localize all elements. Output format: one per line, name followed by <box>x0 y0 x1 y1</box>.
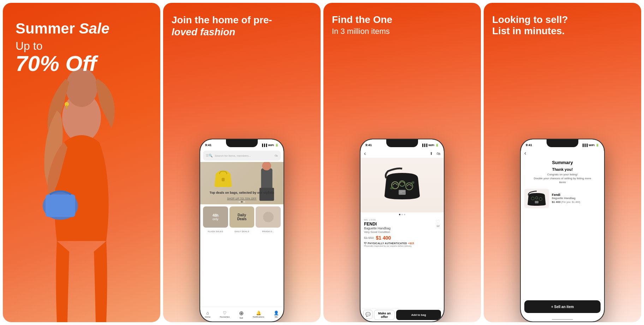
panel3-subtitle: In 3 million items <box>332 27 472 36</box>
nav-sell-label: Sell <box>239 317 243 319</box>
model-illustration <box>29 47 135 322</box>
categories-row: 48h only Daily Deals <box>200 204 284 230</box>
listed-item-card: Fendi Baguette Handbag $1 400 (For you: … <box>524 189 601 208</box>
shield-icon: 🛡 <box>364 242 366 245</box>
bookmark-icon[interactable]: 🛍 <box>436 151 440 156</box>
heart-icon: ♡ <box>436 219 440 224</box>
summer-text: Summer Sale <box>16 20 109 37</box>
category-48h[interactable]: 48h only <box>203 206 228 228</box>
nav-fav-label: Favourites <box>220 316 229 318</box>
category-daily-deals[interactable]: Daily Deals <box>229 206 255 228</box>
search-placeholder: Search for items, members... <box>215 154 273 157</box>
shop-link[interactable]: SHOP UP TO 70% OFF <box>227 197 257 200</box>
condition-label: Very Good Condition <box>364 230 440 234</box>
home-icon: ⌂ <box>207 311 209 315</box>
svg-rect-5 <box>66 105 67 109</box>
nav-me[interactable]: 👤 Me <box>274 311 279 318</box>
hero-text-overlay: Top deals on bags, selected by our styli… <box>200 191 284 201</box>
heart-number: 12 <box>436 224 440 228</box>
back-button-4[interactable]: ‹ <box>524 150 526 156</box>
category-labels: FLASH SALES DAILY DEALS PRADA D... <box>200 230 284 234</box>
bag-icon: 🛍 <box>275 154 278 157</box>
brand-name: FENDI <box>364 222 440 227</box>
svg-rect-6 <box>222 178 225 181</box>
panel-join-home: Join the home of pre- loved fashion 9:41… <box>163 3 321 322</box>
time-3: 9:41 <box>365 143 372 147</box>
item-price: $1 400 <box>552 200 560 204</box>
share-icon[interactable]: ⬆ <box>430 151 433 156</box>
nav-favourites[interactable]: ♡ Favourites <box>220 311 229 318</box>
search-icon: ☰🔍 <box>206 154 213 157</box>
item-thumbnail <box>524 189 549 208</box>
product-nav-bar: ‹ ⬆ 🛍 <box>360 149 444 158</box>
summary-nav: ‹ <box>521 149 604 157</box>
back-icon[interactable]: ‹ <box>364 150 366 157</box>
panel4-title: Looking to sell? List in minutes. <box>492 14 633 37</box>
phone-mockup-4: 9:41 ▐▐▐ WiFi 🔋 ‹ Summary Thank you! Con… <box>520 139 605 322</box>
time-4: 9:41 <box>526 143 532 147</box>
person-icon: 👤 <box>274 311 279 315</box>
item-name: Baguette Handbag <box>364 227 440 230</box>
summer-sale-headline: Summer Sale Up to 70% Off <box>16 20 109 74</box>
sale-price: $1 400 <box>376 235 391 241</box>
phone-mockup-2: 9:41 ▐▐▐ WiFi 🔋 ☰🔍 Search for items, mem… <box>199 139 284 322</box>
svg-rect-3 <box>46 194 75 217</box>
svg-rect-13 <box>399 190 406 195</box>
bottom-nav: ⌂ Home ♡ Favourites ⊕ Sell 🔔 Notificatio… <box>200 307 284 321</box>
summary-title: Summary <box>524 160 601 165</box>
chat-button[interactable]: 💬 <box>363 310 372 319</box>
prada-label: PRADA D... <box>256 230 281 233</box>
phone-mockup-3: 9:41 ▐▐▐ WiFi 🔋 ‹ ⬆ 🛍 <box>360 139 445 322</box>
category-prada[interactable] <box>256 206 281 228</box>
sell-item-button[interactable]: + Sell an item <box>524 300 601 313</box>
search-bar[interactable]: ☰🔍 Search for items, members... 🛍 <box>203 151 281 161</box>
auth-description: Physically inspected by our experts befo… <box>364 245 440 247</box>
item-price-row: $1 400 (For you: $1,400) <box>552 200 601 204</box>
nav-notifications[interactable]: 🔔 Notifications <box>253 311 264 318</box>
phone-screen-2: 9:41 ▐▐▐ WiFi 🔋 ☰🔍 Search for items, mem… <box>200 139 284 321</box>
auth-label: PHYSICALLY AUTHENTICATED <box>368 242 407 245</box>
add-to-bag-button[interactable]: Add to bag <box>396 310 441 320</box>
heart-count-area[interactable]: ♡ 12 <box>436 219 440 228</box>
panel3-title: Find the One <box>332 14 472 25</box>
make-offer-button[interactable]: Make an offer <box>374 310 395 320</box>
bell-icon: 🔔 <box>256 311 261 315</box>
auth-plus: +$15 <box>408 242 414 245</box>
nav-home[interactable]: ⌂ Home <box>205 311 210 318</box>
summary-header: Summary Thank you! Congrats on your list… <box>521 157 604 186</box>
yellow-bag-illustration <box>211 165 235 190</box>
heart-nav-icon: ♡ <box>223 311 227 315</box>
item-brand: Fendi <box>552 193 601 197</box>
percent-label: 70% Off <box>16 53 109 74</box>
panel-summer-sale: Summer Sale Up to 70% Off <box>3 3 160 322</box>
panel2-header: Join the home of pre- loved fashion <box>172 14 312 38</box>
image-dots <box>360 214 444 215</box>
for-you-price: (For you: $1,400) <box>561 201 580 203</box>
up-to-label: Up to <box>16 40 109 53</box>
congrats-text: Congrats on your listing!Double your cha… <box>524 173 601 185</box>
time-display: 9:41 <box>205 143 211 147</box>
svg-rect-17 <box>535 201 538 203</box>
scroll-dots <box>200 200 284 204</box>
home-indicator <box>521 317 604 321</box>
plus-circle-icon: ⊕ <box>239 310 244 317</box>
nav-sell[interactable]: ⊕ Sell <box>239 310 244 319</box>
mini-bag-illustration <box>526 190 547 207</box>
status-icons: ▐▐▐ WiFi 🔋 <box>261 144 279 147</box>
pricing-row: $1 550 $1 400 <box>364 235 440 241</box>
panel4-header: Looking to sell? List in minutes. <box>492 14 633 37</box>
nav-me-label: Me <box>275 316 278 318</box>
sale-label: Sale <box>79 20 109 37</box>
phone-screen-4: 9:41 ▐▐▐ WiFi 🔋 ‹ Summary Thank you! Con… <box>521 139 604 321</box>
original-price: $1 550 <box>364 236 374 240</box>
flash-sales-label: FLASH SALES <box>203 230 228 233</box>
we-love-label: WE LOVE <box>364 219 440 221</box>
panel2-title: Join the home of pre- loved fashion <box>172 14 312 38</box>
hero-area: Top deals on bags, selected by our styli… <box>200 162 284 204</box>
item-details: Fendi Baguette Handbag $1 400 (For you: … <box>552 193 601 204</box>
hero-text: Top deals on bags, selected by our styli… <box>200 191 284 194</box>
panel-find-one: Find the One In 3 million items 9:41 ▐▐▐… <box>323 3 481 322</box>
phone-screen-3: 9:41 ▐▐▐ WiFi 🔋 ‹ ⬆ 🛍 <box>360 139 444 321</box>
phone-notch <box>226 139 258 147</box>
auth-badge: 🛡 PHYSICALLY AUTHENTICATED +$15 <box>364 242 440 245</box>
